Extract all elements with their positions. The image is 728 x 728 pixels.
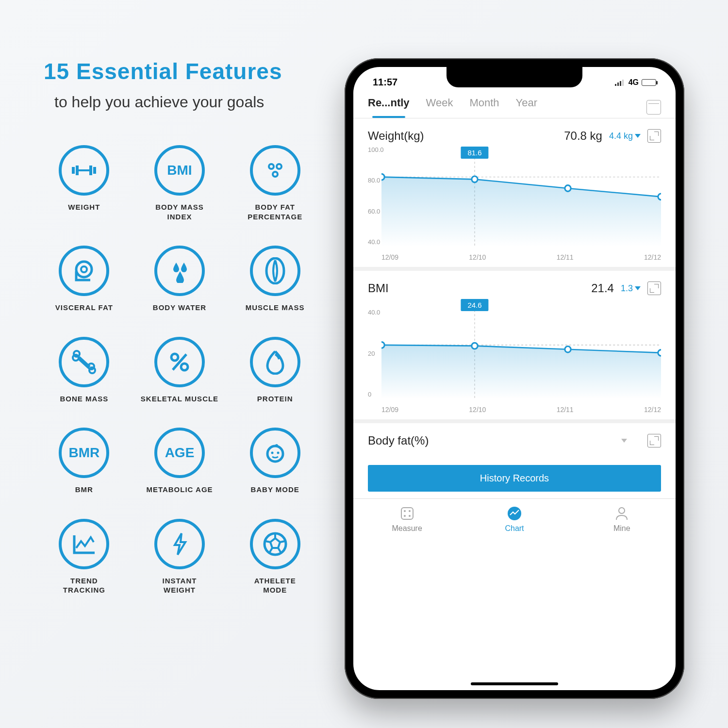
svg-line-18 (173, 354, 186, 370)
nav-chart[interactable]: Chart (461, 506, 568, 533)
notch (447, 67, 582, 87)
feature-label: METABOLIC AGE (146, 485, 213, 495)
weight-chart[interactable]: 40.060.080.0100.081.6 (381, 149, 661, 247)
svg-point-41 (381, 342, 384, 348)
svg-point-14 (89, 367, 95, 373)
svg-rect-0 (72, 167, 75, 174)
svg-point-49 (409, 515, 411, 517)
svg-point-12 (73, 355, 79, 361)
tab-year[interactable]: Year (516, 97, 537, 118)
calendar-icon[interactable] (646, 100, 661, 115)
svg-point-51 (619, 508, 625, 513)
svg-point-44 (658, 350, 661, 356)
svg-point-43 (565, 346, 571, 352)
feature-label: WEIGHT (68, 202, 100, 212)
chevron-down-icon[interactable] (621, 439, 627, 443)
feature-bone-mass: BONE MASS (44, 337, 125, 404)
feature-label: MUSCLE MASS (246, 303, 305, 313)
svg-line-26 (265, 541, 270, 542)
svg-point-35 (381, 174, 384, 180)
tab-recently[interactable]: Re...ntly (368, 97, 410, 118)
feature-label: PROTEIN (257, 394, 293, 404)
feature-label: BODY WATER (153, 303, 206, 313)
dice-icon (399, 506, 415, 521)
weight-value: 70.8 kg (564, 129, 602, 143)
svg-point-47 (409, 510, 411, 512)
feature-protein: PROTEIN (234, 337, 315, 404)
feature-body-mass-index: BMIBODY MASSINDEX (139, 145, 220, 221)
feature-visceral-fat: VISCERAL FAT (44, 246, 125, 313)
time-range-tabs: Re...ntly Week Month Year (353, 91, 676, 118)
nav-mine[interactable]: Mine (568, 506, 676, 533)
feature-trend-tracking: TRENDTRACKING (44, 519, 125, 595)
feature-body-fat-percentage: BODY FATPERCENTAGE (234, 145, 315, 221)
network-label: 4G (629, 78, 639, 87)
feature-label: TRENDTRACKING (63, 576, 105, 595)
bodyfat-title: Body fat(%) (368, 434, 429, 447)
feature-label: VISCERAL FAT (55, 303, 113, 313)
muscle-icon (250, 246, 300, 296)
feature-muscle-mass: MUSCLE MASS (234, 246, 315, 313)
svg-point-8 (76, 262, 92, 277)
tape-icon (59, 246, 109, 296)
svg-rect-31 (620, 81, 621, 86)
tab-week[interactable]: Week (426, 97, 453, 118)
svg-point-19 (267, 446, 283, 462)
weight-title: Weight(kg) (368, 129, 424, 143)
bmi-x-axis: 12/0912/1012/1112/12 (368, 403, 661, 414)
chart-icon (507, 506, 522, 521)
svg-line-15 (79, 358, 89, 367)
chart-tooltip: 81.6 (461, 147, 488, 159)
bmi-chart[interactable]: 02040.024.6 (381, 302, 661, 399)
trend-icon (59, 519, 109, 569)
svg-point-7 (273, 172, 278, 177)
svg-point-42 (472, 343, 478, 349)
svg-point-48 (404, 515, 406, 517)
metric-bodyfat: Body fat(%) (353, 423, 676, 456)
percent-icon (154, 337, 205, 387)
bolt-icon (154, 519, 205, 569)
svg-point-5 (269, 164, 274, 169)
svg-rect-45 (401, 508, 413, 519)
feature-label: BMR (75, 485, 93, 495)
feature-label: BONE MASS (60, 394, 108, 404)
svg-point-17 (181, 364, 188, 370)
history-records-button[interactable]: History Records (368, 465, 661, 492)
feature-bmr: BMRBMR (44, 428, 125, 495)
bottom-nav: Measure Chart Mine (353, 498, 676, 545)
feature-metabolic-age: AGEMETABOLIC AGE (139, 428, 220, 495)
tab-month[interactable]: Month (469, 97, 499, 118)
svg-point-37 (565, 185, 571, 192)
bmi-title: BMI (368, 281, 389, 295)
home-indicator[interactable] (471, 682, 558, 685)
svg-point-46 (404, 510, 406, 512)
feature-skeletal-muscle: SKELETAL MUSCLE (139, 337, 220, 404)
svg-rect-4 (93, 167, 96, 174)
svg-rect-29 (615, 84, 616, 86)
feature-label: BODY MASSINDEX (155, 202, 204, 221)
svg-rect-1 (76, 165, 79, 175)
nav-measure[interactable]: Measure (353, 506, 461, 533)
signal-icon (615, 79, 626, 86)
svg-line-27 (278, 548, 281, 553)
chart-tooltip: 24.6 (461, 299, 488, 311)
expand-icon[interactable] (647, 129, 661, 143)
battery-icon (642, 79, 656, 86)
svg-point-9 (81, 266, 87, 272)
svg-point-6 (277, 164, 281, 169)
headline: 15 Essential Features (44, 58, 315, 84)
status-time: 11:57 (373, 77, 397, 88)
feature-label: ATHELETEMODE (254, 576, 296, 595)
expand-icon[interactable] (647, 434, 661, 447)
egg-icon (250, 337, 300, 387)
drops-icon (154, 246, 205, 296)
feature-label: SKELETAL MUSCLE (141, 394, 218, 404)
svg-point-38 (658, 194, 661, 200)
feature-instant-weight: INSTANTWEIGHT (139, 519, 220, 595)
phone-frame: 11:57 4G Re...ntly Week Month Year Weigh… (345, 58, 684, 699)
svg-rect-32 (622, 80, 624, 86)
feature-label: BODY FATPERCENTAGE (248, 202, 302, 221)
svg-line-25 (280, 541, 285, 542)
metric-weight: Weight(kg) 70.8 kg 4.4 kg 40.060.080.010… (353, 118, 676, 271)
expand-icon[interactable] (647, 281, 661, 295)
